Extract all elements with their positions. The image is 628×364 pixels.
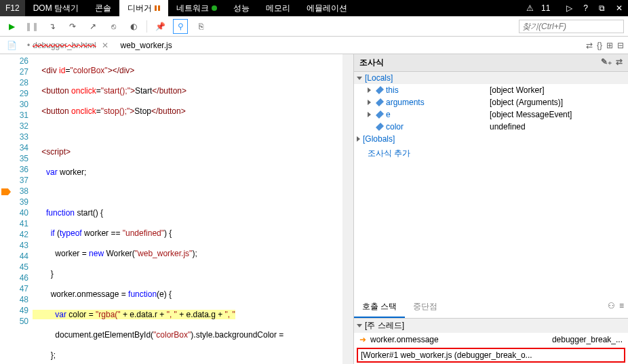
console-toggle-icon[interactable]: ▷ <box>561 3 578 13</box>
worker-thread-frame[interactable]: [Worker#1 web_worker.js (debugger_break_… <box>357 348 625 363</box>
globals-group[interactable]: [Globals] <box>354 133 628 145</box>
tab-performance[interactable]: 성능 <box>225 0 258 16</box>
toggle-icon[interactable]: ⇄ <box>616 57 623 68</box>
step-into-button[interactable]: ↴ <box>45 19 60 34</box>
tab-emulation[interactable]: 에뮬레이션 <box>298 0 355 16</box>
async-icon[interactable]: ⚇ <box>608 301 615 314</box>
watch-row[interactable]: this[object Worker] <box>354 84 628 96</box>
exception-button[interactable]: ◐ <box>126 19 141 34</box>
step-over-button[interactable]: ↷ <box>65 19 80 34</box>
watch-row[interactable]: e[object MessageEvent] <box>354 108 628 121</box>
tab-memory[interactable]: 메모리 <box>258 0 298 16</box>
file-tabs-bar: 📄 • debugger_br.html ✕ web_worker.js ⇄ {… <box>0 37 628 54</box>
file-tab-inactive[interactable]: • debugger_br.html ✕ <box>23 39 113 52</box>
record-icon <box>212 5 217 11</box>
break-new-worker-button[interactable]: ⎋ <box>106 19 121 34</box>
close-tab-icon[interactable]: ✕ <box>102 41 109 50</box>
tab-dom-explorer[interactable]: DOM 탐색기 <box>25 0 87 16</box>
vertical-scrollbar[interactable] <box>342 54 353 364</box>
tab-callstack[interactable]: 호출 스택 <box>354 297 405 318</box>
close-icon[interactable]: ✕ <box>610 3 628 13</box>
code-content[interactable]: <div id="colorBox"></div> <button onclic… <box>33 54 342 364</box>
undock-icon[interactable]: ⧉ <box>593 3 610 13</box>
open-file-icon[interactable]: 📄 <box>4 38 19 53</box>
current-frame-icon: ➜ <box>359 335 366 344</box>
f12-label: F12 <box>0 0 25 16</box>
help-icon[interactable]: ? <box>578 3 593 13</box>
code-editor[interactable]: 2627282930313233343536373839404142434445… <box>0 54 353 364</box>
locals-group[interactable]: [Locals] <box>354 72 628 84</box>
word-wrap-icon[interactable]: ⇄ <box>586 41 593 50</box>
tab-network[interactable]: 네트워크 <box>168 0 225 16</box>
tab-debugger[interactable]: 디버거 <box>119 0 168 16</box>
pretty-print-button[interactable]: ⎘ <box>193 19 208 34</box>
watch-row[interactable]: arguments[object (Arguments)] <box>354 96 628 108</box>
pause-button[interactable]: ❚❚ <box>24 19 39 34</box>
stack-frame[interactable]: ➜ worker.onmessage debugger_break_... <box>354 333 628 346</box>
warning-icon[interactable]: ⚠ 11 <box>521 3 562 13</box>
tab-breakpoints[interactable]: 중단점 <box>405 297 446 318</box>
frames-icon[interactable]: ≡ <box>619 301 624 314</box>
toggle-icon[interactable]: ⊞ <box>606 41 613 50</box>
add-watch-icon[interactable]: ✎₊ <box>601 57 612 68</box>
line-numbers: 2627282930313233343536373839404142434445… <box>12 54 33 364</box>
pin-icon[interactable]: 📌 <box>153 19 168 34</box>
debug-toolbar: ▶ ❚❚ ↴ ↷ ↗ ⎋ ◐ 📌 ⚲ ⎘ <box>0 16 628 37</box>
tab-console[interactable]: 콘솔 <box>87 0 119 16</box>
step-out-button[interactable]: ↗ <box>85 19 100 34</box>
add-watch-link[interactable]: 조사식 추가 <box>354 145 628 162</box>
continue-button[interactable]: ▶ <box>4 19 19 34</box>
top-tabs: F12 DOM 탐색기 콘솔 디버거 네트워크 성능 메모리 에뮬레이션 ⚠ 1… <box>0 0 628 16</box>
main-thread-group[interactable]: [주 스레드] <box>354 319 628 333</box>
format-icon[interactable]: {} <box>597 41 602 50</box>
watch-row[interactable]: colorundefined <box>354 121 628 133</box>
pause-icon <box>155 5 160 11</box>
search-input[interactable] <box>519 20 624 33</box>
just-my-code-button[interactable]: ⚲ <box>173 19 188 34</box>
options-icon[interactable]: ⊟ <box>617 41 624 50</box>
watches-header: 조사식 ✎₊⇄ <box>354 54 628 72</box>
file-tab-active[interactable]: web_worker.js <box>117 39 176 52</box>
